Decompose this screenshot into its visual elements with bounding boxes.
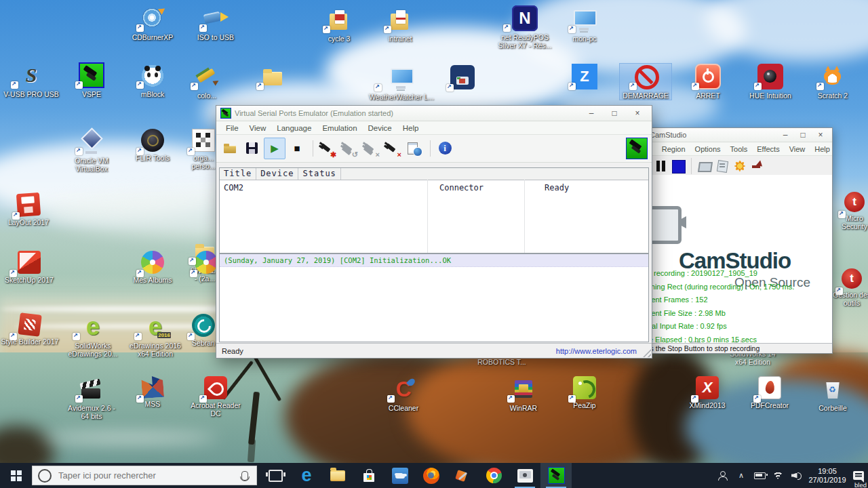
taskbar-app-blue-cloud[interactable] xyxy=(384,463,416,488)
microphone-icon[interactable] xyxy=(241,471,248,481)
menu-item[interactable]: Tools xyxy=(726,145,753,153)
taskbar-app-orange-tool[interactable] xyxy=(447,463,478,488)
desktop-icon-cdburnerxp[interactable]: CDBurnerXP xyxy=(127,5,178,41)
save-button[interactable] xyxy=(242,138,262,159)
desktop-icon-layout-2017[interactable]: LayOut 2017 xyxy=(3,193,54,226)
options-button[interactable] xyxy=(731,158,749,174)
menu-item[interactable]: View xyxy=(785,145,810,153)
taskbar-app-firefox[interactable] xyxy=(416,463,447,488)
desktop-icon-oracle-vm-virtualbox[interactable]: Oracle VMVirtualBox xyxy=(66,129,117,173)
select-region-button[interactable] xyxy=(696,158,713,174)
people-button[interactable] xyxy=(716,468,730,484)
tray-overflow-button[interactable]: ∧ xyxy=(734,468,748,484)
reinitialize-device-button[interactable]: ↺ xyxy=(339,138,359,159)
desktop-icon-flir-tools[interactable]: FLIR Tools xyxy=(127,129,178,162)
menu-item[interactable]: File xyxy=(220,124,244,132)
desktop-icon-mss[interactable]: MSS xyxy=(127,376,178,408)
start-button[interactable] xyxy=(0,463,32,488)
minimize-button[interactable]: – xyxy=(776,128,794,142)
taskbar-app-camstudio[interactable] xyxy=(509,463,540,488)
menu-item[interactable]: Language xyxy=(271,124,317,132)
desktop-icon-xmind-2013[interactable]: XMind2013 xyxy=(682,376,733,409)
column-header[interactable]: Device xyxy=(256,168,298,180)
battery-button[interactable] xyxy=(753,468,766,484)
menu-item[interactable]: Help xyxy=(397,124,425,132)
desktop-icon-intranet[interactable]: intranet xyxy=(374,7,426,43)
minimize-button[interactable]: – xyxy=(580,106,603,120)
action-center-button[interactable] xyxy=(853,471,864,480)
clock[interactable]: 19:05 27/01/2019 xyxy=(808,467,847,485)
desktop-icon-readypos[interactable]: net ReadyPOSSilver X7 - Rés... xyxy=(494,5,556,49)
pause-button[interactable] xyxy=(652,158,669,174)
device-row[interactable]: COM2 Connector Ready xyxy=(220,180,648,195)
taskbar-app-edge[interactable]: e xyxy=(291,463,322,488)
menu-item[interactable]: Effects xyxy=(752,145,784,153)
desktop-icon-solidworks-edrawings[interactable]: SolidWorkseDrawings 20... xyxy=(63,314,123,358)
device-list-button[interactable] xyxy=(404,138,425,159)
desktop-icon-pdfcreator[interactable]: PDFCreator xyxy=(744,376,795,409)
desktop-icon-scratch-2[interactable]: Scratch 2 xyxy=(807,64,859,100)
close-button[interactable]: × xyxy=(626,106,649,120)
desktop-icon-hue-intuition[interactable]: HUE Intuition xyxy=(745,64,796,100)
search-input[interactable] xyxy=(57,470,236,481)
start-emulation-button[interactable] xyxy=(264,138,285,159)
desktop-icon-acrobat-reader-dc[interactable]: Acrobat ReaderDC xyxy=(190,376,241,418)
desktop-icon-winrar[interactable]: WinRAR xyxy=(498,376,549,412)
desktop-icon-vspe[interactable]: VSPE xyxy=(66,62,117,98)
menu-item[interactable]: Device xyxy=(363,124,397,132)
info-button[interactable] xyxy=(435,138,455,159)
menu-item[interactable]: Help xyxy=(810,145,835,153)
desktop-icon-edrawings-2016[interactable]: eDrawings 2016x64 Edition xyxy=(125,314,186,358)
desktop-icon-printer-3d[interactable] xyxy=(437,65,488,92)
maximize-button[interactable]: □ xyxy=(603,106,626,120)
volume-button[interactable] xyxy=(789,468,803,484)
desktop-icon-weather-watcher[interactable]: WeatherWatcher L... xyxy=(365,65,438,101)
desktop-icon-style-builder-2017[interactable]: Style Builder 2017 xyxy=(0,314,60,346)
resize-grip[interactable] xyxy=(643,349,651,357)
taskbar-app-file-explorer[interactable] xyxy=(322,463,353,488)
taskbar-app-store[interactable] xyxy=(353,463,384,488)
task-view-button[interactable] xyxy=(260,463,291,488)
desktop-icon-demarrage[interactable]: DEMARRAGE xyxy=(620,64,671,100)
menu-item[interactable]: Region xyxy=(657,145,690,153)
desktop-icon-z-app[interactable] xyxy=(559,64,610,92)
desktop-icon-iso-to-usb[interactable]: ISO to USB xyxy=(190,5,241,41)
menu-item[interactable]: View xyxy=(244,124,272,132)
eterlogic-link[interactable]: http://www.eterlogic.com xyxy=(556,347,637,355)
desktop-icon-micro-security[interactable]: MicroSecurity xyxy=(829,192,868,230)
maximize-button[interactable]: □ xyxy=(794,128,812,142)
search-bar[interactable] xyxy=(32,466,257,485)
desktop-icon-avidemux[interactable]: Avidemux 2.6 -64 bits xyxy=(66,376,117,420)
minimize-to-tray-button[interactable] xyxy=(749,158,766,174)
delete-all-devices-button[interactable]: × xyxy=(382,138,403,159)
desktop-icon-arret[interactable]: ARRET xyxy=(682,64,734,100)
open-button[interactable] xyxy=(220,138,241,159)
annotation-button[interactable] xyxy=(713,158,731,174)
desktop-icon-crocodile-clips[interactable]: colo... xyxy=(181,64,233,100)
desktop-icon-mon-pc[interactable]: mon-pc xyxy=(559,7,610,43)
desktop-icon-ccleaner[interactable]: CCleaner xyxy=(378,376,429,412)
desktop-icon-peazip[interactable]: PeaZip xyxy=(559,376,610,409)
network-button[interactable] xyxy=(771,468,785,484)
create-device-button[interactable]: ✱ xyxy=(317,138,338,159)
desktop-icon-cycle-3[interactable]: cycle 3 xyxy=(313,7,365,43)
camstudio-titlebar[interactable]: CamStudio – □ × xyxy=(631,128,832,142)
column-header[interactable]: Title xyxy=(220,168,256,180)
taskbar-app-chrome[interactable] xyxy=(478,463,509,488)
desktop-icon-v-usb-pro-usb[interactable]: V-USB PRO USB xyxy=(1,62,61,98)
delete-device-button[interactable]: × xyxy=(361,138,381,159)
column-header[interactable]: Status xyxy=(298,168,340,180)
app-icon xyxy=(450,65,475,89)
close-button[interactable]: × xyxy=(812,128,829,142)
desktop-icon-folder[interactable] xyxy=(247,64,298,92)
taskbar-app-vspe[interactable] xyxy=(540,463,572,488)
menu-item[interactable]: Options xyxy=(690,145,726,153)
desktop-icon-mes-albums[interactable]: Mes Albums xyxy=(127,251,178,284)
menu-item[interactable]: Emulation xyxy=(317,124,362,132)
desktop-icon-mblock[interactable]: mBlock xyxy=(127,62,178,98)
vspe-titlebar[interactable]: Virtual Serial Ports Emulator (Emulation… xyxy=(216,106,652,121)
stop-emulation-button[interactable] xyxy=(287,138,307,159)
desktop-icon-corbeille[interactable]: Corbeille xyxy=(807,376,859,412)
stop-button[interactable] xyxy=(669,158,687,174)
desktop-icon-sketchup-2017[interactable]: SketchUp 2017 xyxy=(0,251,58,284)
